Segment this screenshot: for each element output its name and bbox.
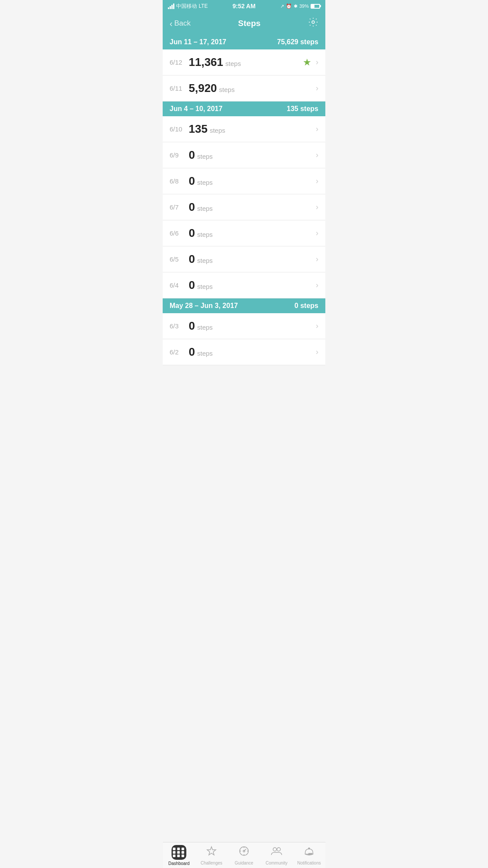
- week-label-3: May 28 – Jun 3, 2017: [170, 302, 238, 310]
- chevron-right-icon: ›: [316, 124, 318, 134]
- steps-number: 0: [189, 226, 195, 240]
- day-row-6-6[interactable]: 6/6 0 steps ›: [163, 220, 325, 246]
- day-steps-container: 0 steps: [189, 200, 316, 214]
- day-row-6-9[interactable]: 6/9 0 steps ›: [163, 142, 325, 168]
- nav-bar: ‹ Back Steps: [163, 12, 325, 35]
- day-icons: ›: [316, 84, 318, 93]
- day-date: 6/2: [170, 348, 185, 356]
- steps-number: 135: [189, 122, 207, 136]
- day-date: 6/7: [170, 203, 185, 211]
- day-row-6-12[interactable]: 6/12 11,361 steps ★ ›: [163, 49, 325, 75]
- steps-label: steps: [197, 257, 213, 264]
- day-icons: ›: [316, 151, 318, 160]
- chevron-right-icon: ›: [316, 347, 318, 357]
- day-steps-container: 5,920 steps: [189, 82, 316, 95]
- chevron-left-icon: ‹: [170, 19, 173, 29]
- steps-number: 5,920: [189, 82, 217, 95]
- day-icons: ›: [316, 347, 318, 357]
- day-steps-container: 0 steps: [189, 252, 316, 266]
- day-date: 6/12: [170, 59, 185, 66]
- day-row-6-2[interactable]: 6/2 0 steps ›: [163, 339, 325, 365]
- network-label: LTE: [199, 3, 208, 9]
- chevron-right-icon: ›: [316, 84, 318, 93]
- day-date: 6/6: [170, 229, 185, 237]
- alarm-icon: ⏰: [286, 3, 292, 9]
- day-row-6-5[interactable]: 6/5 0 steps ›: [163, 246, 325, 272]
- steps-label: steps: [197, 283, 213, 290]
- day-date: 6/3: [170, 322, 185, 330]
- day-row-6-11[interactable]: 6/11 5,920 steps ›: [163, 75, 325, 102]
- star-icon: ★: [303, 57, 311, 68]
- day-steps-container: 0 steps: [189, 278, 316, 292]
- week-total-3: 0 steps: [295, 302, 318, 310]
- chevron-right-icon: ›: [316, 203, 318, 212]
- steps-label: steps: [210, 127, 225, 134]
- chevron-right-icon: ›: [316, 58, 318, 67]
- page-title: Steps: [238, 19, 261, 28]
- steps-label: steps: [219, 86, 235, 93]
- day-icons: ›: [316, 177, 318, 186]
- steps-number: 0: [189, 319, 195, 333]
- battery-icon: [311, 4, 320, 9]
- day-icons: ›: [316, 203, 318, 212]
- steps-label: steps: [197, 153, 213, 160]
- day-date: 6/10: [170, 125, 185, 133]
- steps-number: 0: [189, 148, 195, 162]
- week-label-1: Jun 11 – 17, 2017: [170, 38, 226, 46]
- steps-number: 0: [189, 174, 195, 188]
- bluetooth-icon: ✱: [294, 3, 298, 9]
- settings-button[interactable]: [308, 17, 318, 30]
- battery-label: 39%: [299, 3, 309, 9]
- chevron-right-icon: ›: [316, 321, 318, 331]
- steps-label: steps: [197, 205, 213, 212]
- day-steps-container: 0 steps: [189, 174, 316, 188]
- day-steps-container: 0 steps: [189, 226, 316, 240]
- day-icons: ›: [316, 281, 318, 290]
- day-date: 6/8: [170, 177, 185, 185]
- chevron-right-icon: ›: [316, 151, 318, 160]
- day-row-6-7[interactable]: 6/7 0 steps ›: [163, 194, 325, 220]
- day-steps-container: 0 steps: [189, 345, 316, 359]
- day-icons: ›: [316, 124, 318, 134]
- chevron-right-icon: ›: [316, 281, 318, 290]
- steps-number: 0: [189, 200, 195, 214]
- week-total-1: 75,629 steps: [277, 38, 318, 46]
- chevron-right-icon: ›: [316, 229, 318, 238]
- chevron-right-icon: ›: [316, 177, 318, 186]
- steps-label: steps: [197, 324, 213, 331]
- day-steps-container: 0 steps: [189, 319, 316, 333]
- status-left: 中国移动 LTE: [168, 3, 208, 10]
- day-row-6-8[interactable]: 6/8 0 steps ›: [163, 168, 325, 194]
- content-area: Jun 11 – 17, 2017 75,629 steps 6/12 11,3…: [163, 35, 325, 391]
- day-date: 6/4: [170, 282, 185, 289]
- signal-icon: [168, 3, 174, 9]
- chevron-right-icon: ›: [316, 255, 318, 264]
- day-date: 6/9: [170, 151, 185, 159]
- day-steps-container: 135 steps: [189, 122, 316, 136]
- day-icons: ›: [316, 255, 318, 264]
- day-icons: ★ ›: [303, 57, 318, 68]
- back-label: Back: [174, 19, 191, 28]
- carrier-label: 中国移动: [176, 3, 197, 10]
- week-header-1: Jun 11 – 17, 2017 75,629 steps: [163, 35, 325, 49]
- week-label-2: Jun 4 – 10, 2017: [170, 105, 223, 113]
- day-row-6-4[interactable]: 6/4 0 steps ›: [163, 272, 325, 298]
- day-steps-container: 0 steps: [189, 148, 316, 162]
- steps-label: steps: [197, 350, 213, 357]
- day-icons: ›: [316, 229, 318, 238]
- steps-label: steps: [226, 60, 241, 67]
- day-date: 6/11: [170, 85, 185, 92]
- steps-label: steps: [197, 231, 213, 238]
- back-button[interactable]: ‹ Back: [170, 19, 190, 29]
- steps-number: 0: [189, 252, 195, 266]
- status-time: 9:52 AM: [233, 3, 255, 10]
- steps-number: 0: [189, 278, 195, 292]
- day-row-6-3[interactable]: 6/3 0 steps ›: [163, 313, 325, 339]
- location-icon: ↗: [280, 3, 284, 9]
- steps-number: 0: [189, 345, 195, 359]
- day-row-6-10[interactable]: 6/10 135 steps ›: [163, 116, 325, 142]
- week-header-3: May 28 – Jun 3, 2017 0 steps: [163, 298, 325, 313]
- steps-number: 11,361: [189, 56, 223, 69]
- steps-label: steps: [197, 179, 213, 186]
- day-steps-container: 11,361 steps: [189, 56, 303, 69]
